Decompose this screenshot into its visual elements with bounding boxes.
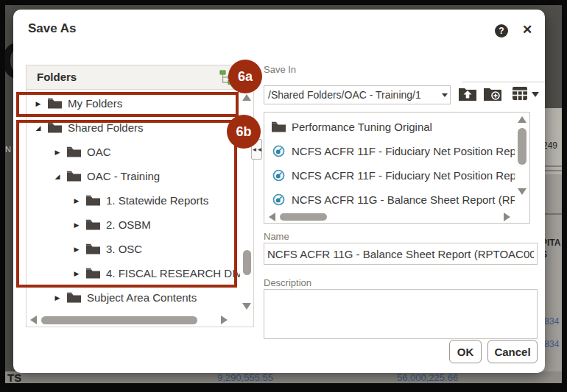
view-type-dropdown-icon[interactable]: [532, 92, 539, 97]
file-rows: Performance Tuning Original NCFS ACFR 11…: [264, 113, 515, 211]
tree-item-label: Subject Area Contents: [87, 291, 197, 304]
tree-item-3-osc[interactable]: ▶ 3. OSC: [27, 237, 240, 261]
folder-icon: [86, 268, 100, 279]
scroll-left-icon[interactable]: [269, 213, 275, 221]
tree-item-label: 4. FISCAL RESEARCH DIV: [106, 267, 240, 279]
close-icon[interactable]: ✕: [520, 23, 535, 38]
tree-item-oac[interactable]: ▶ OAC: [27, 140, 240, 164]
callout-badge-6a: 6a: [228, 60, 262, 93]
scroll-up-icon[interactable]: [242, 94, 251, 101]
scrollbar-thumb[interactable]: [41, 316, 197, 324]
name-label: Name: [264, 231, 289, 242]
tree-item-label: OAC - Training: [87, 170, 160, 182]
scrollbar-thumb[interactable]: [243, 250, 251, 275]
folder-tree: ▶ My Folders ◢ Shared Folders ▶ OAC ◢: [27, 90, 240, 314]
list-vertical-scrollbar[interactable]: [515, 113, 529, 211]
folder-up-icon: [458, 85, 477, 102]
divider: [462, 82, 545, 82]
scroll-right-icon[interactable]: [504, 213, 510, 221]
save-in-path-input[interactable]: [264, 85, 451, 104]
tree-item-label: OAC: [87, 146, 111, 158]
new-folder-button[interactable]: [483, 85, 502, 105]
analysis-icon: [272, 169, 286, 182]
folder-icon: [48, 98, 62, 109]
list-item-analysis[interactable]: NCFS ACFR 11G - Balance Sheet Report (RP: [264, 188, 515, 211]
background-number: 9,290,555.55: [217, 372, 273, 383]
expand-arrow-icon[interactable]: ▶: [34, 100, 43, 107]
folder-icon: [272, 121, 286, 132]
expand-arrow-icon[interactable]: ▶: [53, 294, 62, 302]
folder-icon: [86, 219, 100, 230]
folders-panel-header: Folders: [27, 65, 253, 90]
tree-item-label: Shared Folders: [68, 121, 144, 134]
background-number: 249: [543, 140, 557, 151]
up-one-level-button[interactable]: [458, 85, 477, 105]
callout-badge-6b: 6b: [227, 115, 261, 149]
path-dropdown-icon[interactable]: [442, 93, 448, 97]
double-left-chevron-icon: ◄◄: [252, 146, 262, 153]
tree-item-label: 1. Statewide Reports: [106, 194, 208, 207]
folder-content-list: Performance Tuning Original NCFS ACFR 11…: [264, 112, 530, 224]
help-icon[interactable]: ?: [495, 24, 508, 38]
scroll-up-icon[interactable]: [518, 116, 526, 123]
tree-item-label: 3. OSC: [106, 243, 142, 255]
scrollbar-thumb[interactable]: [518, 128, 526, 165]
tree-item-2-osbm[interactable]: ▶ 2. OSBM: [27, 213, 240, 237]
cancel-button[interactable]: Cancel: [487, 340, 538, 363]
list-item-analysis[interactable]: NCFS ACFR 11F - Fiduciary Net Position R…: [264, 139, 515, 163]
tree-item-1-statewide-reports[interactable]: ▶ 1. Statewide Reports: [27, 188, 240, 213]
expand-arrow-icon[interactable]: ▶: [72, 197, 81, 204]
name-input[interactable]: [264, 243, 538, 265]
list-item-label: NCFS ACFR 11G - Balance Sheet Report (RP: [292, 193, 515, 206]
description-textarea[interactable]: [264, 289, 538, 339]
tree-item-my-folders[interactable]: ▶ My Folders: [27, 91, 240, 115]
scrollbar-thumb[interactable]: [280, 213, 327, 221]
list-item-label: NCFS ACFR 11F - Fiduciary Net Position R…: [292, 145, 515, 157]
folder-icon: [86, 243, 100, 254]
folder-icon: [48, 122, 62, 133]
folder-icon: [86, 195, 100, 206]
table-view-icon: [512, 86, 528, 101]
tree-item-label: 2. OSBM: [106, 218, 151, 231]
expand-arrow-icon[interactable]: ▶: [53, 149, 62, 156]
list-item-label: NCFS ACFR 11F - Fiduciary Net Position R…: [292, 169, 515, 182]
scroll-down-icon[interactable]: [242, 303, 251, 310]
tree-item-label: My Folders: [68, 97, 122, 110]
folder-icon: [67, 292, 81, 303]
folder-icon: [67, 171, 81, 182]
background-text: TS: [7, 371, 21, 383]
tree-item-shared-folders[interactable]: ◢ Shared Folders: [27, 115, 240, 140]
analysis-icon: [272, 193, 286, 206]
list-horizontal-scrollbar[interactable]: [264, 211, 515, 223]
scroll-left-icon[interactable]: [30, 316, 37, 324]
screenshot-frame: C N i 249 PITA S ,834 ,834 TS 9,290,555.…: [0, 0, 567, 392]
save-as-dialog: Save As ? ✕ Folders ▶: [13, 10, 545, 373]
background-number: 56,000,225.66: [397, 372, 458, 383]
tree-item-4-fiscal-research-div[interactable]: ▶ 4. FISCAL RESEARCH DIV: [27, 261, 240, 285]
list-item-folder[interactable]: Performance Tuning Original: [264, 115, 515, 139]
tree-horizontal-scrollbar[interactable]: [27, 314, 240, 327]
scroll-right-icon[interactable]: [221, 316, 228, 324]
folders-panel-title: Folders: [37, 65, 77, 89]
list-item-analysis[interactable]: NCFS ACFR 11F - Fiduciary Net Position R…: [264, 163, 515, 188]
folders-panel: Folders ▶ My Folders ◢: [26, 65, 254, 327]
list-item-label: Performance Tuning Original: [292, 121, 432, 133]
tree-item-subject-area-contents[interactable]: ▶ Subject Area Contents: [27, 285, 240, 310]
description-label: Description: [264, 277, 311, 288]
analysis-icon: [272, 145, 286, 157]
background-bottom-row: [5, 371, 562, 383]
scroll-down-icon[interactable]: [518, 188, 526, 195]
collapse-arrow-icon[interactable]: ◢: [34, 124, 43, 132]
expand-arrow-icon[interactable]: ▶: [72, 246, 81, 253]
expand-arrow-icon[interactable]: ▶: [72, 221, 81, 229]
dialog-title: Save As: [28, 21, 77, 36]
expand-arrow-icon[interactable]: ▶: [72, 270, 81, 277]
view-type-button[interactable]: [512, 86, 528, 104]
folder-icon: [67, 146, 81, 157]
collapse-arrow-icon[interactable]: ◢: [53, 173, 62, 180]
save-in-label: Save In: [264, 64, 296, 75]
tree-item-oac-training[interactable]: ◢ OAC - Training: [27, 164, 240, 188]
ok-button[interactable]: OK: [449, 340, 482, 363]
folder-plus-icon: [483, 85, 502, 102]
